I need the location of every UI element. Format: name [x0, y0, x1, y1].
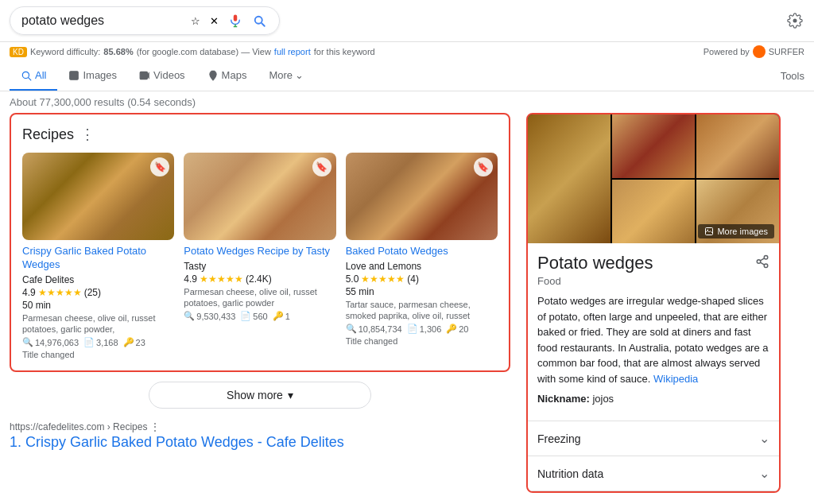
- results-count: About 77,300,000 results (0.54 seconds): [0, 91, 814, 113]
- tab-maps-label: Maps: [222, 69, 247, 81]
- recipe-title-1[interactable]: Crispy Garlic Baked Potato Wedges: [22, 245, 174, 272]
- svg-point-9: [211, 72, 214, 75]
- keyword-difficulty-note: (for google.com database) — View: [137, 47, 271, 56]
- show-more-button[interactable]: Show more ▾: [149, 382, 371, 409]
- star-icon[interactable]: ☆: [189, 14, 202, 29]
- tab-videos-label: Videos: [153, 69, 185, 81]
- panel-images: More images: [528, 114, 779, 243]
- keyword-difficulty-value: 85.68%: [103, 47, 133, 56]
- recipe-source-2: Tasty: [184, 261, 335, 272]
- keyword-info: KD Keyword difficulty: 85.68% (for googl…: [10, 47, 375, 57]
- close-icon[interactable]: ✕: [208, 14, 220, 29]
- doc-icon-3: 📄: [407, 324, 418, 334]
- header: ☆ ✕: [0, 0, 814, 42]
- video-nav-icon: [139, 70, 150, 81]
- image-nav-icon: [68, 70, 79, 81]
- search-icons: ☆ ✕: [189, 12, 268, 29]
- rating-value-3: 5.0: [346, 273, 359, 285]
- tab-more-label: More: [269, 69, 293, 81]
- chevron-freezing-icon: ⌄: [759, 431, 769, 446]
- tab-maps[interactable]: Maps: [196, 61, 258, 91]
- tab-more[interactable]: More ⌄: [258, 61, 315, 91]
- words-stat-3: 📄 1,306: [407, 324, 442, 334]
- more-images-label: More images: [717, 227, 768, 236]
- search-bar: ☆ ✕: [10, 6, 280, 35]
- key-icon-2: 🔑: [273, 311, 284, 321]
- bookmark-icon-3[interactable]: 🔖: [474, 157, 493, 176]
- rating-value-1: 4.9: [22, 287, 36, 298]
- bookmark-icon-2[interactable]: 🔖: [312, 157, 331, 176]
- search-button[interactable]: [250, 12, 268, 29]
- recipe-rating-3: 5.0 ★★★★★ (4): [346, 273, 498, 285]
- chevron-down-icon: ▾: [288, 389, 293, 401]
- recipe-ingredients-1: Parmesan cheese, olive oil, russet potat…: [22, 312, 174, 335]
- accordion-label-freezing: Freezing: [537, 432, 580, 445]
- stars-2: ★★★★★: [200, 273, 243, 285]
- keys-stat-2: 🔑 1: [273, 311, 290, 321]
- searches-stat-1: 🔍 14,976,063: [22, 337, 79, 347]
- surfer-icon: [753, 45, 766, 58]
- recipe-rating-2: 4.9 ★★★★★ (2.4K): [184, 273, 335, 285]
- recipes-menu-icon[interactable]: ⋮: [80, 126, 95, 143]
- snippet-title[interactable]: 1. Crispy Garlic Baked Potato Wedges - C…: [10, 434, 510, 451]
- accordion-item-freezing[interactable]: Freezing ⌄: [528, 421, 779, 456]
- recipe-item-2: 🔖 Potato Wedges Recipe by Tasty Tasty 4.…: [184, 153, 335, 359]
- stars-3: ★★★★★: [361, 273, 405, 285]
- recipes-card: Recipes ⋮ 🔖 Crispy Garlic Baked Potato W…: [10, 113, 510, 372]
- search-icon-small-2: 🔍: [184, 311, 195, 321]
- share-icon: [755, 254, 769, 269]
- recipes-title: Recipes: [22, 126, 74, 143]
- show-more-label: Show more: [227, 389, 283, 401]
- searches-stat-3: 🔍 10,854,734: [346, 324, 402, 334]
- keyword-icon: KD: [10, 47, 27, 57]
- keys-stat-1: 🔑 23: [123, 337, 145, 347]
- rating-value-2: 4.9: [184, 273, 197, 285]
- svg-line-4: [29, 77, 31, 79]
- words-stat-2: 📄 560: [240, 311, 267, 321]
- svg-line-15: [760, 262, 764, 265]
- chevron-nutrition-icon: ⌄: [759, 466, 769, 481]
- recipe-title-2[interactable]: Potato Wedges Recipe by Tasty: [184, 245, 335, 258]
- doc-icon-2: 📄: [240, 311, 251, 321]
- tab-all-label: All: [35, 69, 46, 81]
- tab-images[interactable]: Images: [57, 61, 128, 91]
- powered-by-label: Powered by: [704, 47, 750, 56]
- stars-1: ★★★★★: [38, 287, 82, 298]
- recipe-source-3: Love and Lemons: [346, 261, 498, 272]
- mic-icon[interactable]: [227, 12, 244, 29]
- title-changed-badge-1: Title changed: [22, 350, 75, 359]
- snippet-result: https://cafedelites.com › Recipes ⋮ 1. C…: [10, 415, 510, 457]
- bookmark-icon-1[interactable]: 🔖: [150, 157, 169, 176]
- svg-point-13: [757, 260, 761, 264]
- keyword-bar: KD Keyword difficulty: 85.68% (for googl…: [0, 42, 814, 61]
- recipe-image-2: 🔖: [184, 153, 335, 240]
- more-images-button[interactable]: More images: [698, 224, 774, 238]
- surfer-branding: Powered by SURFER: [704, 45, 804, 58]
- svg-rect-7: [140, 72, 147, 79]
- tools-button[interactable]: Tools: [781, 62, 804, 90]
- key-icon-3: 🔑: [446, 324, 457, 334]
- gear-icon[interactable]: [785, 11, 804, 30]
- recipe-title-3[interactable]: Baked Potato Wedges: [346, 245, 498, 258]
- snippet-dots-icon[interactable]: ⋮: [150, 421, 160, 432]
- search-input[interactable]: [21, 14, 183, 28]
- panel-title: Potato wedges: [537, 253, 769, 273]
- share-button[interactable]: [755, 254, 769, 272]
- recipe-stats-2: 🔍 9,530,433 📄 560 🔑 1: [184, 311, 335, 321]
- recipe-rating-1: 4.9 ★★★★★ (25): [22, 287, 174, 298]
- nav-tabs: All Images Videos Maps More ⌄ Tools: [0, 61, 814, 91]
- panel-description: Potato wedges are irregular wedge-shaped…: [537, 293, 769, 386]
- tab-videos[interactable]: Videos: [128, 61, 196, 91]
- recipe-stats-1: 🔍 14,976,063 📄 3,168 🔑 23: [22, 337, 174, 347]
- tab-all[interactable]: All: [10, 61, 57, 91]
- full-report-link[interactable]: full report: [274, 47, 311, 56]
- nickname-value: jojos: [592, 393, 614, 405]
- accordion-item-nutrition[interactable]: Nutrition data ⌄: [528, 456, 779, 491]
- title-changed-row-1: Title changed: [22, 350, 174, 359]
- rating-count-1: (25): [84, 287, 101, 298]
- rating-count-2: (2.4K): [246, 273, 272, 285]
- panel-image-2: [612, 114, 695, 178]
- tab-images-label: Images: [83, 69, 117, 81]
- wikipedia-link[interactable]: Wikipedia: [653, 373, 698, 385]
- surfer-label: SURFER: [769, 47, 804, 56]
